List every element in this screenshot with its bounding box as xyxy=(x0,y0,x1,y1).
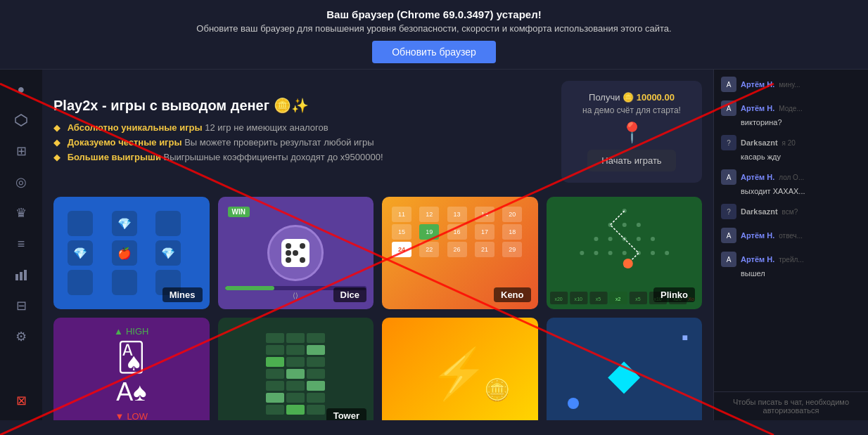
chat-time: Моде... xyxy=(779,105,803,112)
game-card-mines[interactable]: 💎 💎 🍎 💎 Mines xyxy=(53,197,210,309)
warning-description: Обновите ваш браузер для повышения уровн… xyxy=(14,23,854,34)
svg-point-6 xyxy=(300,243,305,249)
keno-cell: 26 xyxy=(447,242,467,257)
svg-rect-1 xyxy=(15,274,18,280)
svg-text:x5: x5 xyxy=(635,297,641,301)
keno-cell: 12 xyxy=(419,207,439,222)
chat-text: выходит ХАХАХ... xyxy=(721,187,861,195)
tower-cell xyxy=(286,345,305,355)
chat-avatar: А xyxy=(721,228,736,243)
main-layout: ● ⊞ ◎ ♛ ≡ ⊟ ⚙ ⊠ Play2x - игры с выводом … xyxy=(0,70,868,420)
sidebar-icon-bottom[interactable]: ⊠ xyxy=(8,388,34,413)
lightning-icon: ⚡ xyxy=(429,345,490,403)
sidebar-icon-crown[interactable]: ♛ xyxy=(8,200,34,226)
mines-cell-gem: 💎 xyxy=(68,240,93,266)
feature-title-1: Абсолютно уникальные игры xyxy=(68,122,205,133)
svg-text:x5: x5 xyxy=(595,297,601,301)
tower-cell xyxy=(307,393,325,403)
tower-row xyxy=(266,333,325,343)
hero-left: Play2x - игры с выводом денег 🪙✨ ◆ Абсол… xyxy=(53,97,383,167)
chat-username: Darksaznt xyxy=(741,138,778,147)
game-card-keno[interactable]: 11 12 13 14 20 15 19 16 17 18 24 22 26 2… xyxy=(382,197,538,309)
svg-point-20 xyxy=(580,251,584,255)
feature-desc-3: Выигрышные коэффициенты доходят до х9500… xyxy=(164,152,383,162)
chat-user-row: А Артём Н. мину... xyxy=(721,77,861,92)
keno-cell: 22 xyxy=(419,242,439,257)
sidebar-icon-list[interactable]: ≡ xyxy=(8,231,34,257)
svg-point-15 xyxy=(594,237,598,241)
start-playing-button[interactable]: Начать играть xyxy=(587,150,675,171)
chat-time: всм? xyxy=(782,208,798,216)
sidebar-icon-cube[interactable] xyxy=(8,108,34,133)
keno-cell: 20 xyxy=(502,207,522,222)
lightning-inner: ⚡ 🪙 xyxy=(382,318,538,420)
game-card-tower[interactable]: Tower xyxy=(218,318,374,420)
sidebar-icon-settings[interactable]: ⚙ xyxy=(8,324,34,349)
svg-text:x20: x20 xyxy=(554,297,562,301)
game-card-highlow[interactable]: ▲ HIGH 🂡 A♠ ▼ LOW xyxy=(53,318,210,420)
svg-point-18 xyxy=(636,237,640,241)
blue-inner: ◆ ■ xyxy=(547,318,703,420)
chat-user-row: А Артём Н. лол О... xyxy=(721,169,861,185)
tower-cell-active xyxy=(286,405,305,415)
tower-cell-open xyxy=(266,393,284,403)
game-card-diamond[interactable]: ◆ ■ xyxy=(547,318,703,420)
chat-text: вышел xyxy=(721,269,861,278)
chat-time: отвеч... xyxy=(779,232,803,240)
svg-point-22 xyxy=(608,251,612,255)
svg-marker-0 xyxy=(15,115,27,126)
diamond-icon: ◆ xyxy=(608,349,640,398)
chat-text: викторина? xyxy=(721,118,861,126)
sidebar-icon-chart[interactable] xyxy=(8,262,34,287)
chat-avatar: ? xyxy=(721,135,736,150)
chat-avatar: А xyxy=(721,77,736,92)
chat-username: Артём Н. xyxy=(741,231,774,240)
chat-message: А Артём Н. лол О... выходит ХАХАХ... xyxy=(721,169,861,195)
game-card-plinko[interactable]: x20 x10 x5 x2 x5 x10 x20 Xo Plinko xyxy=(547,197,703,309)
sidebar-icon-target[interactable]: ◎ xyxy=(8,169,34,195)
feature-list: ◆ Абсолютно уникальные игры 12 игр не им… xyxy=(53,122,383,162)
sidebar-icon-circle[interactable]: ● xyxy=(8,77,34,102)
tower-cell xyxy=(307,405,325,415)
warning-title: Ваш браузер (Chrome 69.0.3497) устарел! xyxy=(14,8,854,20)
content-area: Play2x - игры с выводом денег 🪙✨ ◆ Абсол… xyxy=(42,70,713,420)
demo-prefix: Получи 🪙 10000.00 xyxy=(578,92,685,103)
svg-point-26 xyxy=(665,251,669,255)
dice-win-badge: WIN xyxy=(228,207,250,217)
tower-row xyxy=(266,381,325,391)
keno-cell: 21 xyxy=(475,242,494,257)
keno-cell: 11 xyxy=(392,207,411,222)
dice-label: Dice xyxy=(333,287,366,302)
update-browser-button[interactable]: Обновить браузер xyxy=(372,41,496,63)
pin-icon: 📍 xyxy=(578,121,685,144)
chat-footer: Чтобы писать в чат, необходимо авторизов… xyxy=(714,391,868,420)
chat-time: лол О... xyxy=(779,174,804,181)
chat-messages: А Артём Н. мину... А Артём Н. Моде... ви… xyxy=(714,70,868,391)
chat-user-row: А Артём Н. отвеч... xyxy=(721,228,861,243)
chat-time: я 20 xyxy=(782,139,796,147)
feature-desc-1: 12 игр не имеющих аналогов xyxy=(205,122,328,133)
chat-username: Артём Н. xyxy=(741,104,774,112)
sidebar-icon-tower[interactable]: ⊞ xyxy=(8,138,34,164)
svg-point-27 xyxy=(623,259,632,268)
svg-rect-2 xyxy=(20,272,23,280)
dice-progress-fill xyxy=(225,286,275,290)
tower-cell-open xyxy=(307,345,325,355)
sidebar-icon-screen[interactable]: ⊟ xyxy=(8,293,34,318)
tower-cell xyxy=(307,369,325,379)
svg-point-25 xyxy=(651,251,655,255)
chat-avatar: ? xyxy=(721,204,736,219)
svg-text:x2: x2 xyxy=(615,297,620,301)
tower-cell xyxy=(286,333,305,343)
chat-avatar: А xyxy=(721,100,736,116)
chat-message-anon: ? Darksaznt всм? xyxy=(721,204,861,219)
tower-cell xyxy=(286,381,305,391)
mines-cell-gem: 💎 xyxy=(155,240,181,266)
game-card-dice[interactable]: WIN xyxy=(218,197,374,309)
feature-desc-2: Вы можете проверить результат любой игры xyxy=(184,137,374,148)
game-card-crash[interactable]: ⚡ 🪙 xyxy=(382,318,538,420)
tower-cell xyxy=(286,357,305,367)
browser-warning-bar: Ваш браузер (Chrome 69.0.3497) устарел! … xyxy=(0,0,868,70)
tower-row xyxy=(266,345,325,355)
svg-rect-3 xyxy=(24,270,27,280)
